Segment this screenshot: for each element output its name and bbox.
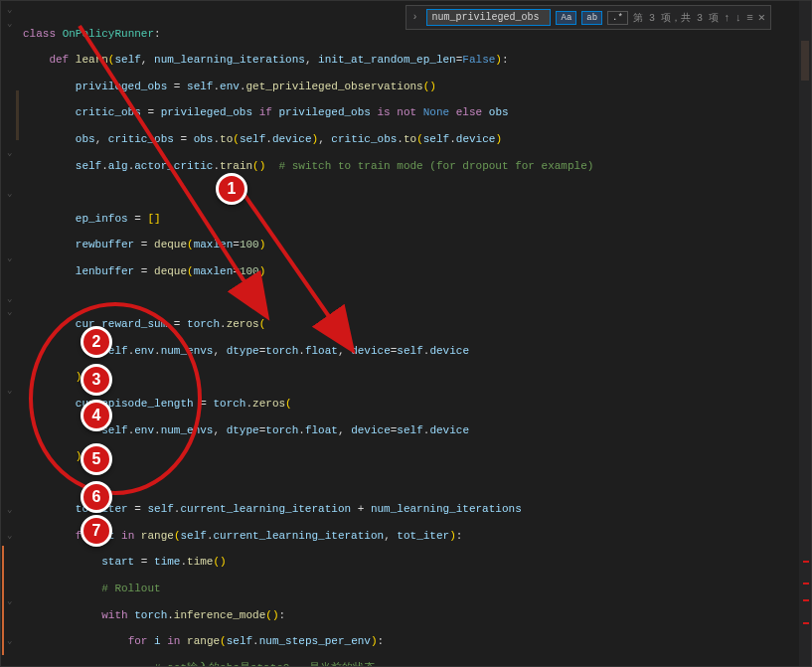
heat-bar (2, 546, 4, 655)
gutter: ⌄ ⌄ ⌄ ⌄ ⌄ ⌄ ⌄ ⌄ ⌄ ⌄ ⌄ ⌄ (1, 1, 19, 666)
annotation-badge-7: 7 (81, 515, 112, 547)
fold-chevron-icon[interactable]: ⌄ (7, 18, 12, 29)
code-editor[interactable]: ⌄ ⌄ ⌄ ⌄ ⌄ ⌄ ⌄ ⌄ ⌄ ⌄ ⌄ ⌄ class OnPolicyRu… (1, 1, 811, 666)
fold-chevron-icon[interactable]: ⌄ (7, 306, 12, 317)
fold-chevron-icon[interactable]: ⌄ (7, 504, 12, 515)
overview-ruler[interactable] (799, 1, 811, 666)
match-case-toggle[interactable]: Aa (556, 11, 576, 25)
match-word-toggle[interactable]: ab (581, 11, 602, 25)
fold-chevron-icon[interactable]: ⌄ (7, 635, 12, 646)
annotation-badge-5: 5 (81, 443, 112, 475)
find-selection-button[interactable]: ≡ (746, 12, 753, 24)
fold-chevron-icon[interactable]: ⌄ (7, 4, 12, 15)
find-results-count: 第 3 项，共 3 项 (633, 11, 719, 25)
fold-chevron-icon[interactable]: ⌄ (7, 385, 12, 396)
find-expand-toggle[interactable]: › (411, 12, 421, 23)
annotation-badge-3: 3 (81, 364, 112, 396)
annotation-badge-1: 1 (216, 173, 247, 205)
find-widget[interactable]: › Aa ab .* 第 3 项，共 3 项 ↑ ↓ ≡ ✕ (406, 5, 771, 30)
regex-toggle[interactable]: .* (607, 11, 628, 25)
fold-chevron-icon[interactable]: ⌄ (7, 293, 12, 304)
code-area[interactable]: class OnPolicyRunner: def learn(self, nu… (19, 1, 811, 666)
find-close-button[interactable]: ✕ (758, 10, 765, 25)
find-input[interactable] (426, 9, 551, 26)
fold-chevron-icon[interactable]: ⌄ (7, 530, 12, 541)
fold-chevron-icon[interactable]: ⌄ (7, 595, 12, 606)
annotation-badge-2: 2 (81, 326, 112, 358)
fold-chevron-icon[interactable]: ⌄ (7, 147, 12, 158)
find-prev-button[interactable]: ↑ (724, 12, 731, 24)
annotation-badge-6: 6 (81, 481, 112, 513)
find-next-button[interactable]: ↓ (735, 12, 742, 24)
fold-chevron-icon[interactable]: ⌄ (7, 252, 12, 263)
fold-chevron-icon[interactable]: ⌄ (7, 188, 12, 199)
annotation-badge-4: 4 (81, 400, 112, 431)
